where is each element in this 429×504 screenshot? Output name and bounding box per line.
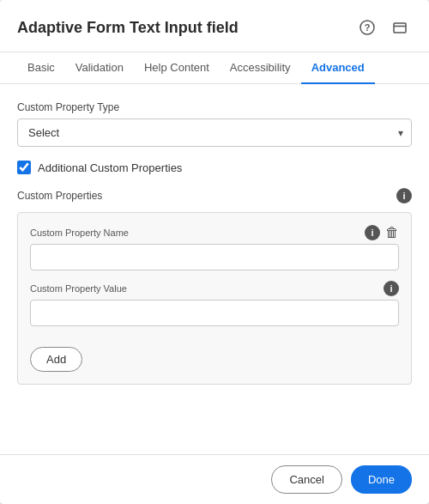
custom-property-type-label: Custom Property Type <box>17 101 412 113</box>
svg-text:?: ? <box>365 22 371 33</box>
tab-accessibility[interactable]: Accessibility <box>220 52 301 84</box>
dialog: Adaptive Form Text Input field ? Basic V… <box>0 0 429 504</box>
tab-advanced[interactable]: Advanced <box>301 52 375 84</box>
additional-custom-props-row: Additional Custom Properties <box>17 161 412 174</box>
custom-property-value-input[interactable] <box>30 300 399 326</box>
done-button[interactable]: Done <box>351 465 412 494</box>
tab-validation[interactable]: Validation <box>65 52 134 84</box>
maximize-button[interactable] <box>388 15 412 39</box>
dialog-header: Adaptive Form Text Input field ? <box>0 0 429 52</box>
cp-name-info-icon[interactable]: i <box>365 225 380 240</box>
custom-property-type-select[interactable]: Select <box>17 118 412 147</box>
custom-properties-box: Custom Property Name i 🗑 Custom Property… <box>17 212 412 385</box>
header-icons: ? <box>355 15 412 39</box>
dialog-title: Adaptive Form Text Input field <box>17 19 239 37</box>
tab-basic[interactable]: Basic <box>17 52 65 84</box>
cp-row-icons: i 🗑 <box>365 225 399 240</box>
select-wrapper: Select ▾ <box>17 118 412 147</box>
custom-properties-label: Custom Properties <box>17 190 102 202</box>
custom-properties-header-row: Custom Properties i <box>17 188 412 203</box>
custom-properties-info-icon[interactable]: i <box>396 188 412 203</box>
cancel-button[interactable]: Cancel <box>271 465 341 494</box>
dialog-body: Custom Property Type Select ▾ Additional… <box>0 84 429 454</box>
help-button[interactable]: ? <box>355 15 379 39</box>
svg-rect-2 <box>394 23 406 33</box>
cp-value-label: Custom Property Value <box>30 283 127 294</box>
cp-name-label: Custom Property Name <box>30 228 129 238</box>
cp-value-info-icon[interactable]: i <box>384 281 399 296</box>
tab-help-content[interactable]: Help Content <box>134 52 220 84</box>
delete-property-icon[interactable]: 🗑 <box>385 225 399 240</box>
custom-property-name-input[interactable] <box>30 244 399 270</box>
tabs-bar: Basic Validation Help Content Accessibil… <box>0 52 429 84</box>
cp-value-header: Custom Property Value i <box>30 281 399 296</box>
add-button[interactable]: Add <box>30 347 82 372</box>
additional-custom-props-label[interactable]: Additional Custom Properties <box>38 161 182 174</box>
dialog-footer: Cancel Done <box>0 454 429 504</box>
cp-name-header: Custom Property Name i 🗑 <box>30 225 399 240</box>
additional-custom-props-checkbox[interactable] <box>17 161 31 174</box>
